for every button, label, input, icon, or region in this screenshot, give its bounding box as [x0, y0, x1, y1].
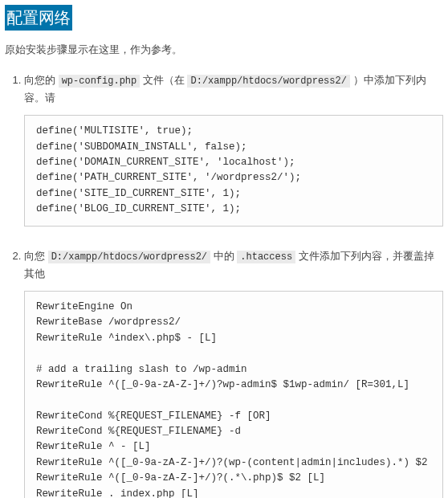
step-2-code-htaccess: .htaccess [237, 251, 295, 263]
step-1-mid: 文件（在 [140, 74, 187, 86]
step-1-text: 向您的 wp-config.php 文件（在 D:/xampp/htdocs/w… [24, 74, 426, 104]
step-2-text: 向您 D:/xampp/htdocs/wordpress2/ 中的 .htacc… [24, 250, 434, 280]
steps-list: 向您的 wp-config.php 文件（在 D:/xampp/htdocs/w… [5, 71, 443, 498]
step-1-code-wpconfig: wp-config.php [59, 75, 141, 88]
page-title: 配置网络 [5, 5, 72, 31]
step-2-mid: 中的 [210, 250, 237, 262]
intro-text: 原始安装步骤显示在这里，作为参考。 [5, 42, 443, 59]
step-item-2: 向您 D:/xampp/htdocs/wordpress2/ 中的 .htacc… [24, 247, 443, 498]
code-block-wpconfig[interactable]: define('MULTISITE', true); define('SUBDO… [24, 115, 443, 226]
code-block-htaccess[interactable]: RewriteEngine On RewriteBase /wordpress2… [24, 291, 443, 498]
step-1-prefix: 向您的 [24, 74, 59, 86]
step-2-prefix: 向您 [24, 250, 48, 262]
step-item-1: 向您的 wp-config.php 文件（在 D:/xampp/htdocs/w… [24, 71, 443, 227]
step-2-code-path: D:/xampp/htdocs/wordpress2/ [48, 251, 210, 263]
step-1-code-path: D:/xampp/htdocs/wordpress2/ [187, 75, 349, 88]
